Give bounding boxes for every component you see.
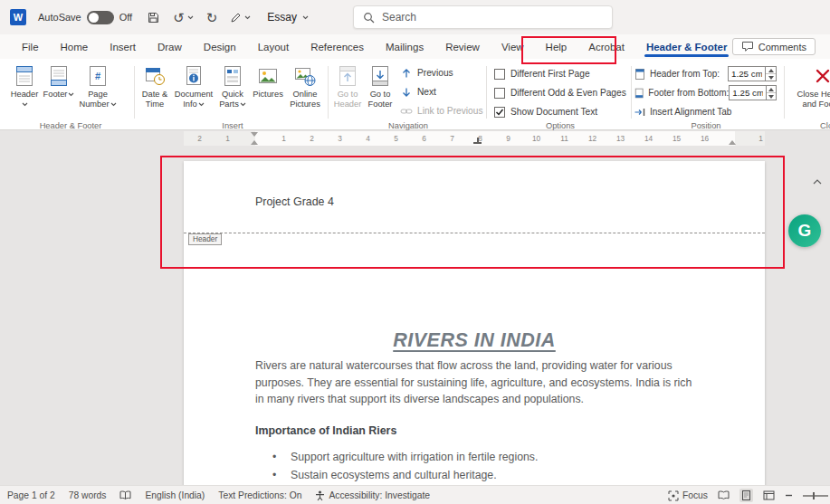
document-paragraph[interactable]: Rivers are natural watercourses that flo… bbox=[255, 357, 692, 408]
list-item[interactable]: Support agriculture with irrigation in f… bbox=[272, 448, 538, 466]
tab-references[interactable]: References bbox=[300, 34, 375, 59]
print-layout-icon bbox=[741, 490, 751, 501]
bullet-list[interactable]: Support agriculture with irrigation in f… bbox=[272, 448, 538, 484]
pictures-button[interactable]: Pictures bbox=[251, 61, 285, 100]
language-status[interactable]: English (India) bbox=[145, 490, 205, 500]
tab-review[interactable]: Review bbox=[434, 34, 491, 59]
footer-from-bottom-spinner[interactable] bbox=[767, 85, 777, 100]
svg-text:#: # bbox=[95, 71, 100, 81]
word-window: W AutoSave Off ↺ ↻ Essay bbox=[0, 0, 830, 504]
text-predictions-status[interactable]: Text Predictions: On bbox=[218, 490, 301, 500]
group-header-footer: Header Footer # Page Number Header & Foo… bbox=[7, 61, 134, 130]
tab-mailings[interactable]: Mailings bbox=[375, 34, 434, 59]
center-tab-stop-marker[interactable] bbox=[473, 138, 482, 144]
go-to-footer-button[interactable]: Go to Footer bbox=[364, 61, 396, 109]
footer-from-bottom-icon bbox=[634, 87, 644, 100]
search-input[interactable] bbox=[382, 11, 603, 24]
go-to-footer-icon bbox=[368, 62, 392, 90]
chevron-up-icon bbox=[813, 179, 822, 185]
customize-quick-access-button[interactable] bbox=[230, 12, 251, 24]
zoom-slider[interactable] bbox=[803, 495, 828, 497]
read-mode-button[interactable] bbox=[718, 490, 730, 500]
document-subheading[interactable]: Importance of Indian Riers bbox=[255, 424, 396, 437]
pictures-icon bbox=[256, 62, 280, 90]
undo-button[interactable]: ↺ bbox=[173, 11, 194, 24]
group-close: Close Headerand Footer Close bbox=[791, 61, 830, 130]
insert-alignment-tab-button[interactable]: Insert Alignment Tab bbox=[634, 102, 777, 121]
page-count-status[interactable]: Page 1 of 2 bbox=[7, 490, 55, 500]
first-line-indent-marker[interactable] bbox=[251, 132, 258, 137]
header-from-top-spinner[interactable] bbox=[766, 66, 777, 81]
autosave-toggle[interactable] bbox=[87, 11, 114, 24]
date-time-icon bbox=[143, 62, 167, 90]
toggle-knob-icon bbox=[89, 13, 99, 23]
zoom-out-button[interactable] bbox=[785, 491, 793, 499]
close-header-footer-button[interactable]: Close Headerand Footer bbox=[791, 61, 830, 109]
tab-design[interactable]: Design bbox=[193, 34, 247, 59]
tab-draw[interactable]: Draw bbox=[147, 34, 193, 59]
document-title-heading[interactable]: RIVERS IN INDIA bbox=[184, 329, 765, 352]
group-label: Close bbox=[791, 121, 830, 130]
page-number-button[interactable]: # Page Number bbox=[76, 61, 119, 109]
tab-header-footer[interactable]: Header & Footer bbox=[635, 34, 738, 59]
save-icon bbox=[147, 11, 160, 24]
tab-home[interactable]: Home bbox=[50, 34, 100, 59]
document-page[interactable]: Project Grade 4 Header RIVERS IN INDIA R… bbox=[184, 161, 765, 485]
footer-icon bbox=[47, 62, 71, 90]
different-odd-even-checkbox[interactable]: Different Odd & Even Pages bbox=[494, 83, 630, 102]
comment-icon bbox=[741, 41, 754, 52]
zoom-slider-thumb[interactable] bbox=[813, 492, 815, 499]
tab-insert[interactable]: Insert bbox=[99, 34, 147, 59]
proofing-status[interactable] bbox=[119, 490, 131, 500]
focus-mode-button[interactable]: Focus bbox=[668, 490, 708, 501]
collapse-ribbon-button[interactable] bbox=[813, 179, 822, 185]
list-item[interactable]: Sustain ecosystems and cultural heritage… bbox=[272, 466, 538, 484]
date-time-button[interactable]: Date & Time bbox=[138, 61, 172, 109]
print-layout-button[interactable] bbox=[739, 489, 753, 502]
quick-parts-button[interactable]: Quick Parts bbox=[215, 61, 250, 109]
header-tag: Header bbox=[188, 233, 222, 245]
document-title-dropdown[interactable]: Essay bbox=[267, 11, 309, 24]
minus-icon bbox=[785, 491, 793, 499]
ribbon: Header Footer # Page Number Header & Foo… bbox=[0, 59, 830, 130]
quick-parts-icon bbox=[221, 62, 244, 90]
different-first-page-checkbox[interactable]: Different First Page bbox=[494, 64, 630, 83]
go-to-header-button: Go to Header bbox=[331, 61, 364, 109]
group-label: Position bbox=[634, 121, 778, 130]
group-label: Options bbox=[491, 121, 630, 130]
web-layout-button[interactable] bbox=[763, 490, 775, 500]
word-logo-icon[interactable]: W bbox=[10, 9, 26, 25]
online-pictures-button[interactable]: Online Pictures bbox=[286, 61, 324, 109]
tab-layout[interactable]: Layout bbox=[247, 34, 301, 59]
tab-acrobat[interactable]: Acrobat bbox=[577, 34, 635, 59]
header-from-top-input[interactable] bbox=[728, 66, 766, 81]
right-indent-marker[interactable] bbox=[729, 140, 736, 145]
document-info-button[interactable]: Document Info bbox=[173, 61, 215, 109]
comments-button[interactable]: Comments bbox=[732, 38, 816, 55]
previous-button[interactable]: Previous bbox=[400, 64, 482, 81]
save-button[interactable] bbox=[147, 11, 160, 24]
link-icon bbox=[400, 105, 413, 118]
accessibility-icon bbox=[315, 490, 325, 501]
page-header-text[interactable]: Project Grade 4 bbox=[255, 195, 334, 208]
footer-from-bottom-input[interactable] bbox=[729, 85, 767, 100]
group-label: Header & Footer bbox=[7, 121, 134, 130]
next-button[interactable]: Next bbox=[400, 83, 482, 100]
group-divider bbox=[631, 66, 632, 119]
header-from-top-icon bbox=[634, 68, 646, 81]
show-document-text-checkbox[interactable]: Show Document Text bbox=[494, 102, 630, 121]
tab-view[interactable]: View bbox=[491, 34, 535, 59]
page-number-icon: # bbox=[86, 62, 110, 90]
tab-file[interactable]: File bbox=[11, 34, 50, 59]
tab-help[interactable]: Help bbox=[535, 34, 578, 59]
chevron-down-icon bbox=[110, 102, 117, 107]
footer-button[interactable]: Footer bbox=[42, 61, 76, 100]
title-bar: W AutoSave Off ↺ ↻ Essay bbox=[0, 0, 830, 34]
redo-button[interactable]: ↻ bbox=[206, 11, 218, 24]
header-button[interactable]: Header bbox=[7, 61, 42, 109]
accessibility-status[interactable]: Accessibility: Investigate bbox=[315, 490, 430, 501]
search-bar[interactable] bbox=[353, 5, 613, 29]
word-count-status[interactable]: 78 words bbox=[69, 490, 107, 500]
left-indent-marker[interactable] bbox=[251, 140, 258, 145]
grammarly-button[interactable]: G bbox=[788, 214, 821, 247]
